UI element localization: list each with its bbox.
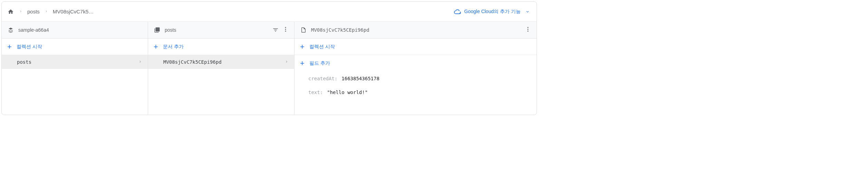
svg-point-4 — [528, 29, 529, 30]
document-item-label: MV08sjCvC7k5CEpi96pd — [163, 59, 284, 65]
chevron-right-icon — [19, 9, 22, 14]
plus-icon: + — [300, 60, 305, 67]
document-icon — [300, 27, 307, 33]
collection-item-label: posts — [17, 59, 138, 65]
column-header-collection: posts — [148, 22, 294, 39]
cloud-promo-label: Google Cloud의 추가 기능 — [464, 9, 521, 15]
field-key: createdAt: — [308, 76, 337, 81]
overflow-menu-button[interactable] — [525, 26, 531, 34]
firestore-panel: posts MV08sjCvC7k5… Google Cloud의 추가 기능 — [1, 1, 537, 115]
column-view: sample-a66a4 + 컬렉션 시작 posts posts — [2, 22, 537, 115]
action-label: 문서 추가 — [163, 44, 184, 50]
add-document-button[interactable]: + 문서 추가 — [148, 39, 294, 55]
database-icon — [7, 27, 14, 33]
home-icon[interactable] — [7, 8, 14, 15]
svg-point-5 — [528, 30, 529, 31]
chevron-right-icon — [284, 59, 289, 65]
top-bar: posts MV08sjCvC7k5… Google Cloud의 추가 기능 — [2, 2, 537, 22]
column-title: sample-a66a4 — [18, 27, 142, 33]
svg-point-0 — [285, 27, 286, 28]
field-list: createdAt: 1663854365178 text: "hello wo… — [295, 72, 537, 99]
field-row[interactable]: text: "hello world!" — [308, 85, 531, 99]
document-item[interactable]: MV08sjCvC7k5CEpi96pd — [148, 55, 294, 69]
plus-icon: + — [300, 43, 305, 51]
plus-icon: + — [154, 43, 158, 51]
filter-icon[interactable] — [272, 27, 279, 33]
field-key: text: — [308, 90, 323, 95]
column-header-root: sample-a66a4 — [2, 22, 148, 39]
action-label: 필드 추가 — [309, 60, 330, 66]
field-value: "hello world!" — [327, 90, 368, 95]
action-label: 컬렉션 시작 — [17, 44, 42, 50]
chevron-right-icon — [138, 59, 142, 65]
column-title: posts — [165, 27, 268, 33]
action-label: 컬렉션 시작 — [309, 44, 335, 50]
field-value: 1663854365178 — [341, 76, 379, 81]
breadcrumb: posts MV08sjCvC7k5… — [7, 8, 94, 15]
column-document: MV08sjCvC7k5CEpi96pd + 컬렉션 시작 + 필드 추가 cr… — [295, 22, 537, 115]
svg-point-2 — [285, 30, 286, 31]
chevron-down-icon — [524, 8, 531, 15]
svg-point-3 — [528, 27, 529, 28]
column-root: sample-a66a4 + 컬렉션 시작 posts — [2, 22, 148, 115]
collection-icon — [154, 27, 161, 33]
column-header-document: MV08sjCvC7k5CEpi96pd — [295, 22, 537, 39]
breadcrumb-item[interactable]: MV08sjCvC7k5… — [53, 9, 94, 14]
svg-point-1 — [285, 29, 286, 30]
breadcrumb-item[interactable]: posts — [27, 9, 40, 14]
collection-item-posts[interactable]: posts — [2, 55, 148, 69]
cloud-promo-link[interactable]: Google Cloud의 추가 기능 — [454, 8, 531, 15]
chevron-right-icon — [45, 9, 48, 14]
column-title: MV08sjCvC7k5CEpi96pd — [311, 27, 521, 33]
field-row[interactable]: createdAt: 1663854365178 — [308, 72, 531, 85]
column-collection: posts + 문서 추가 MV08sjCvC7k5CEpi96pd — [148, 22, 295, 115]
start-subcollection-button[interactable]: + 컬렉션 시작 — [295, 39, 537, 55]
plus-icon: + — [7, 43, 12, 51]
add-field-button[interactable]: + 필드 추가 — [295, 55, 537, 72]
overflow-menu-button[interactable] — [282, 26, 289, 34]
start-collection-button[interactable]: + 컬렉션 시작 — [2, 39, 148, 55]
cloud-icon — [454, 8, 461, 15]
